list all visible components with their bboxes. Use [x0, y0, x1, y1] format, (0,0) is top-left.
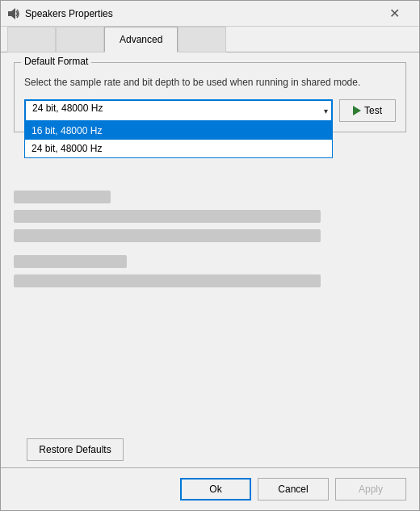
cancel-button[interactable]: Cancel: [258, 478, 329, 501]
window-title: Speakers Properties: [25, 8, 376, 19]
placeholder-bar-2: [14, 210, 321, 223]
tab-4[interactable]: [178, 27, 226, 52]
tab-bar: Advanced: [1, 27, 419, 52]
tab-advanced[interactable]: Advanced: [104, 27, 178, 52]
placeholder-bar-1: [14, 191, 111, 203]
placeholder-bar-3: [14, 229, 321, 242]
tab-2[interactable]: [56, 27, 104, 52]
format-dropdown-display[interactable]: 24 bit, 48000 Hz: [24, 99, 333, 122]
title-bar: Speakers Properties ✕: [1, 1, 419, 27]
format-selector-row: 24 bit, 48000 Hz ▾ 16 bit, 48000 Hz 24 b…: [24, 99, 396, 122]
close-button[interactable]: ✕: [376, 1, 413, 27]
placeholder-bar-5: [14, 274, 321, 287]
test-button[interactable]: Test: [339, 99, 396, 122]
svg-rect-0: [8, 11, 11, 16]
tab-1[interactable]: [7, 27, 56, 52]
main-content: Default Format Select the sample rate an…: [1, 52, 419, 467]
group-title: Default Format: [21, 56, 91, 67]
dropdown-option-16bit[interactable]: 16 bit, 48000 Hz: [25, 122, 332, 140]
dropdown-list: 16 bit, 48000 Hz 24 bit, 48000 Hz: [24, 122, 333, 158]
test-button-label: Test: [364, 105, 382, 116]
placeholder-group-1: [14, 191, 406, 242]
apply-button[interactable]: Apply: [335, 478, 406, 501]
speaker-icon: [7, 7, 20, 20]
default-format-group: Default Format Select the sample rate an…: [14, 62, 406, 132]
restore-defaults-button[interactable]: Restore Defaults: [27, 438, 124, 461]
dialog-buttons-bar: Ok Cancel Apply: [1, 467, 419, 510]
format-description: Select the sample rate and bit depth to …: [24, 76, 396, 90]
extra-options-section: [14, 191, 406, 300]
svg-marker-1: [11, 8, 15, 19]
placeholder-group-2: [14, 255, 406, 287]
ok-button[interactable]: Ok: [180, 478, 251, 501]
speakers-properties-window: Speakers Properties ✕ Advanced Default F…: [0, 0, 420, 511]
play-icon: [353, 106, 361, 115]
bottom-area: Restore Defaults: [14, 432, 406, 467]
tab-spacer: [226, 27, 413, 52]
placeholder-bar-4: [14, 255, 127, 268]
format-dropdown-container: 24 bit, 48000 Hz ▾ 16 bit, 48000 Hz 24 b…: [24, 99, 333, 122]
dropdown-option-24bit[interactable]: 24 bit, 48000 Hz: [25, 140, 332, 157]
